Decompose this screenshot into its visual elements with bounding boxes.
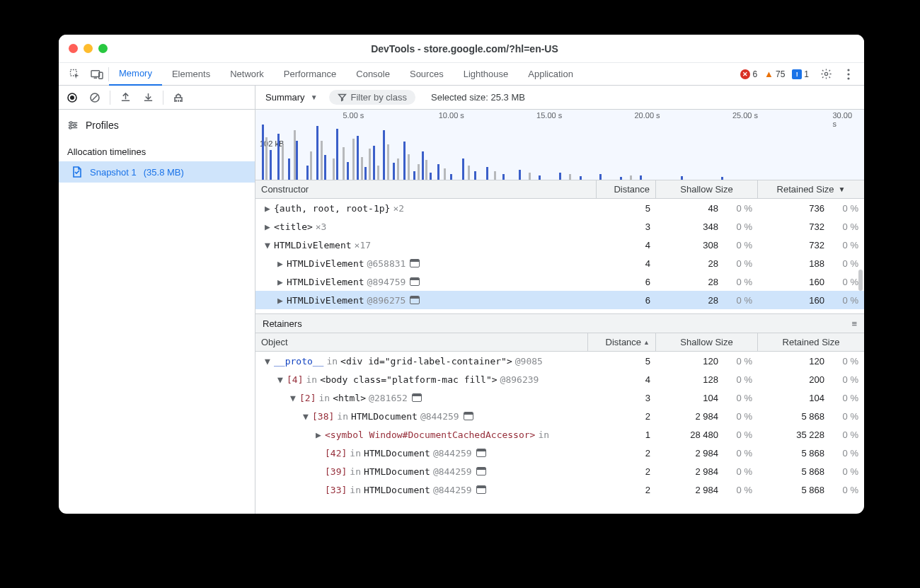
- svg-point-6: [847, 77, 849, 79]
- disclosure-icon[interactable]: ▼: [302, 411, 309, 422]
- table-row[interactable]: ▼HTMLDivElement ×1743080 %7320 %: [255, 236, 864, 254]
- titlebar: DevTools - store.google.com/?hl=en-US: [59, 35, 864, 63]
- scrollbar[interactable]: [857, 199, 864, 313]
- view-dropdown[interactable]: Summary ▼: [261, 92, 322, 103]
- table-row[interactable]: [42] in HTMLDocument @84425922 9840 %5 8…: [255, 444, 864, 462]
- timeline-bar: [383, 130, 385, 180]
- timeline-bar: [539, 175, 541, 180]
- tab-memory[interactable]: Memory: [109, 63, 162, 86]
- issue-count[interactable]: !1: [792, 69, 809, 79]
- timeline-bar: [333, 158, 335, 180]
- table-row[interactable]: ▶<symbol Window#DocumentCachedAccessor> …: [255, 425, 864, 444]
- timeline-bar: [306, 166, 309, 180]
- table-row[interactable]: ▼[4] in <body class="platform-mac fill">…: [255, 370, 864, 388]
- device-toolbar-icon[interactable]: [86, 63, 108, 86]
- snapshot-icon: [71, 166, 83, 178]
- timeline-bar: [288, 158, 290, 180]
- warning-count[interactable]: ▲75: [764, 69, 785, 79]
- table-row[interactable]: ▶{auth, root, root-1p} ×25480 %7360 %: [255, 199, 864, 217]
- disclosure-icon[interactable]: ▼: [264, 356, 271, 367]
- tab-lighthouse[interactable]: Lighthouse: [454, 63, 519, 86]
- disclosure-icon[interactable]: ▼: [289, 393, 297, 403]
- tab-performance[interactable]: Performance: [274, 63, 346, 86]
- col-retained[interactable]: Retained Size▼: [758, 180, 864, 198]
- clear-button[interactable]: [87, 90, 103, 105]
- svg-point-11: [74, 124, 76, 126]
- profiles-heading: Profiles: [59, 114, 255, 137]
- sidebar-subheading: Allocation timelines: [59, 137, 255, 161]
- table-row[interactable]: ▼[2] in <html> @28165231040 %1040 %: [255, 388, 864, 407]
- window-icon: [410, 277, 420, 286]
- sidebar: Profiles Allocation timelines Snapshot 1…: [59, 110, 255, 514]
- timeline-bar: [529, 173, 531, 180]
- table-row[interactable]: ▼__proto__ in <div id="grid-label-contai…: [255, 352, 864, 370]
- table-row[interactable]: ▶<title> ×333480 %7320 %: [255, 217, 864, 236]
- table-row[interactable]: ▶HTMLDivElement @6588314280 %1880 %: [255, 254, 864, 272]
- rcol-distance[interactable]: Distance▲: [588, 333, 656, 351]
- gc-icon[interactable]: [171, 90, 186, 105]
- more-icon[interactable]: [837, 63, 860, 86]
- timeline-bar: [369, 149, 371, 180]
- timeline-bar: [364, 167, 367, 180]
- disclosure-icon[interactable]: ▶: [277, 258, 284, 269]
- retainers-heading: Retainers ≡: [255, 313, 864, 333]
- inspect-element-icon[interactable]: [63, 63, 86, 86]
- timeline-bar: [486, 167, 488, 180]
- rcol-retained[interactable]: Retained Size: [758, 333, 864, 351]
- import-icon[interactable]: [140, 90, 156, 105]
- table-row[interactable]: ▶HTMLDivElement @8947596280 %1600 %: [255, 272, 864, 291]
- zoom-window-button[interactable]: [98, 44, 108, 53]
- window-icon: [476, 449, 486, 457]
- timeline-tick: 20.00 s: [635, 111, 660, 120]
- tab-application[interactable]: Application: [518, 63, 583, 86]
- svg-point-4: [847, 69, 849, 71]
- rcol-shallow[interactable]: Shallow Size: [656, 333, 758, 351]
- disclosure-icon[interactable]: ▶: [264, 203, 271, 214]
- timeline-tick: 5.00 s: [343, 111, 364, 120]
- timeline-bar: [352, 139, 355, 180]
- tab-console[interactable]: Console: [346, 63, 400, 86]
- col-constructor[interactable]: Constructor: [255, 180, 597, 198]
- minimize-window-button[interactable]: [84, 44, 93, 53]
- record-button[interactable]: [64, 90, 80, 105]
- tab-network[interactable]: Network: [220, 63, 274, 86]
- rcol-object[interactable]: Object: [255, 333, 588, 351]
- col-distance[interactable]: Distance: [597, 180, 656, 198]
- disclosure-icon[interactable]: ▼: [264, 240, 271, 250]
- allocation-timeline-chart[interactable]: 5.00 s10.00 s15.00 s20.00 s25.00 s30.00 …: [255, 110, 864, 180]
- filter-input[interactable]: Filter by class: [329, 90, 415, 105]
- timeline-bar: [430, 173, 432, 180]
- disclosure-icon[interactable]: ▼: [277, 374, 284, 385]
- disclosure-icon[interactable]: ▶: [277, 295, 284, 306]
- retainers-menu-icon[interactable]: ≡: [851, 318, 857, 329]
- disclosure-icon[interactable]: ▶: [264, 221, 271, 232]
- snapshot-item[interactable]: Snapshot 1 (35.8 MB): [59, 161, 255, 183]
- tab-sources[interactable]: Sources: [400, 63, 454, 86]
- window-icon: [412, 393, 422, 402]
- timeline-bar: [418, 164, 420, 180]
- timeline-bar: [373, 146, 375, 180]
- table-row[interactable]: ▶HTMLDivElement @8962756280 %1600 %: [255, 291, 864, 309]
- export-icon[interactable]: [117, 90, 133, 105]
- col-shallow[interactable]: Shallow Size: [656, 180, 758, 198]
- error-count[interactable]: ✕6: [740, 69, 757, 79]
- close-window-button[interactable]: [69, 44, 78, 53]
- timeline-tick: 10.00 s: [439, 111, 464, 120]
- timeline-bar: [519, 170, 521, 180]
- timeline-bar: [324, 155, 326, 180]
- timeline-bar: [316, 126, 318, 180]
- constructors-table: Constructor Distance Shallow Size Retain…: [255, 180, 864, 313]
- timeline-bar: [387, 144, 389, 180]
- tab-elements[interactable]: Elements: [162, 63, 220, 86]
- table-row[interactable]: ▼[38] in HTMLDocument @84425922 9840 %5 …: [255, 407, 864, 425]
- timeline-bar: [361, 157, 363, 180]
- window-icon: [410, 296, 420, 304]
- timeline-bar: [413, 171, 415, 180]
- constructors-header-row: Constructor Distance Shallow Size Retain…: [255, 180, 864, 199]
- disclosure-icon[interactable]: ▶: [277, 277, 284, 287]
- settings-icon[interactable]: [815, 63, 837, 86]
- table-row[interactable]: [33] in HTMLDocument @84425922 9840 %5 8…: [255, 480, 864, 499]
- window-icon: [464, 412, 473, 420]
- disclosure-icon[interactable]: ▶: [315, 430, 322, 440]
- table-row[interactable]: [39] in HTMLDocument @84425922 9840 %5 8…: [255, 462, 864, 480]
